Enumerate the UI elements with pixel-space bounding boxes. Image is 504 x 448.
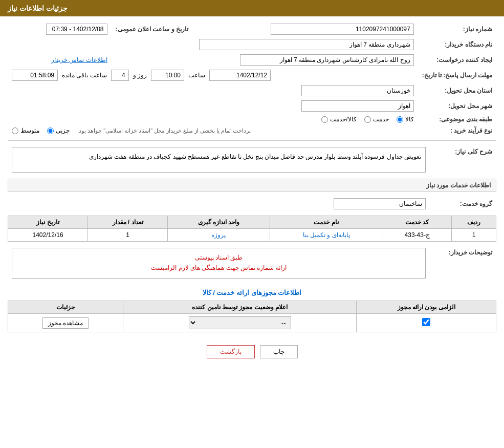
- need-number-value: 1102097241000097: [271, 24, 414, 35]
- col-quantity: تعداد / مقدار: [88, 216, 168, 229]
- deadline-label: مهلت ارسال پاسخ: تا تاریخ:: [418, 68, 496, 83]
- page-header: جزئیات اطلاعات نیاز: [0, 0, 504, 16]
- process-jozei[interactable]: جزیی: [47, 127, 70, 134]
- deadline-date: 1402/12/12: [209, 70, 271, 81]
- table-row: 1 ج-43-433 پایانه‌ای و تکمیل بنا پروژه 1…: [8, 229, 496, 242]
- row-date: 1402/12/16: [8, 229, 88, 242]
- category-kala-khidmat[interactable]: کالا/خدمت: [321, 116, 356, 123]
- need-number-label: شماره نیاز:: [418, 22, 496, 37]
- creator-label: ایجاد کننده درخواست:: [418, 52, 496, 68]
- buyer-org-value: شهرداری منطقه 7 اهواز: [199, 39, 414, 50]
- buyer-notes-label: توضیحات خریدار:: [430, 246, 496, 281]
- row-quantity: 1: [88, 229, 168, 242]
- back-button[interactable]: بازگشت: [207, 345, 255, 358]
- category-khidmat[interactable]: خدمت: [364, 116, 389, 123]
- buyer-notes-line1: طبق اسناد پیوستی: [16, 252, 421, 263]
- buyer-org-label: نام دستگاه خریدار:: [418, 37, 496, 52]
- process-mutavassit[interactable]: متوسط: [12, 127, 39, 134]
- row-number: 1: [451, 229, 496, 242]
- deadline-time-label: ساعت: [188, 72, 205, 79]
- permit-section-title: اطلاعات مجوزهای ارائه خدمت / کالا: [8, 285, 496, 301]
- row-service-name: پایانه‌ای و تکمیل بنا: [270, 229, 383, 242]
- permit-col-required: الزامی بودن ارائه مجوز: [357, 301, 496, 314]
- row-unit: پروژه: [168, 229, 270, 242]
- permit-required-checkbox[interactable]: [422, 318, 430, 326]
- permit-col-status: اعلام وضعیت مجوز توسط نامین کننده: [123, 301, 357, 314]
- view-permit-button[interactable]: مشاهده مجوز: [42, 317, 89, 329]
- city-label: شهر محل تحویل:: [418, 98, 496, 114]
- permit-col-details: جزئیات: [8, 301, 123, 314]
- service-group-value: ساختمان: [334, 198, 426, 209]
- contact-link[interactable]: اطلاعات تماس خریدار: [51, 56, 107, 63]
- col-row: ردیف: [451, 216, 496, 229]
- deadline-remain-label: ساعت باقی مانده: [62, 72, 107, 79]
- print-button[interactable]: چاپ: [260, 345, 298, 358]
- service-group-label: گروه خدمت:: [430, 196, 496, 211]
- process-label: نوع فرآیند خرید :: [418, 125, 496, 136]
- deadline-days-label: روز و: [133, 72, 147, 79]
- permit-required-cell: [357, 314, 496, 332]
- page-title: جزئیات اطلاعات نیاز: [8, 4, 68, 12]
- permit-details-cell: مشاهده مجوز: [8, 314, 123, 332]
- buyer-notes-line2: ارائه شماره تماس جهت هماهنگی های لازم ال…: [16, 263, 421, 273]
- bottom-buttons: چاپ بازگشت: [8, 337, 496, 366]
- category-kala[interactable]: کالا: [397, 116, 414, 123]
- process-note: پرداخت تمام یا بخشی از مبلغ خریداز محل "…: [77, 127, 251, 134]
- permit-status-select[interactable]: --: [189, 316, 291, 329]
- permit-status-cell: --: [123, 314, 357, 332]
- announce-datetime-label: تاریخ و ساعت اعلان عمومی:: [112, 22, 192, 37]
- buyer-notes-content: طبق اسناد پیوستی ارائه شماره تماس جهت هم…: [12, 248, 426, 279]
- city-value: اهواز: [301, 100, 414, 112]
- services-table: ردیف کد خدمت نام خدمت واحد اندازه گیری ت…: [8, 216, 496, 242]
- col-name: نام خدمت: [270, 216, 383, 229]
- category-radio-group: کالا/خدمت خدمت کالا: [321, 116, 413, 123]
- deadline-remain: 01:58:09: [12, 70, 58, 81]
- permit-row: -- مشاهده مجوز: [8, 314, 496, 332]
- province-label: استان محل تحویل:: [418, 83, 496, 98]
- process-radio-group: متوسط جزیی: [12, 127, 70, 134]
- announce-datetime-value: 1402/12/08 - 07:39: [46, 24, 107, 35]
- col-code: کد خدمت: [383, 216, 451, 229]
- services-section-title: اطلاعات خدمات مورد نیاز: [8, 179, 496, 192]
- creator-value: روح الله نامرادی کارشناس شهرداری منطقه 7…: [240, 54, 414, 66]
- province-value: خوزستان: [301, 85, 414, 96]
- deadline-time: 10:00: [151, 70, 184, 81]
- description-label: شرح کلی نیاز:: [430, 145, 496, 175]
- col-date: تاریخ نیاز: [8, 216, 88, 229]
- row-code: ج-43-433: [383, 229, 451, 242]
- permit-table: الزامی بودن ارائه مجوز اعلام وضعیت مجوز …: [8, 301, 496, 332]
- description-value: تعویض جداول فرسوده آبلند وسط بلوار مدرس …: [12, 147, 426, 173]
- col-unit: واحد اندازه گیری: [168, 216, 270, 229]
- category-label: طبقه بندی موضوعی:: [418, 114, 496, 125]
- deadline-days: 4: [111, 70, 129, 81]
